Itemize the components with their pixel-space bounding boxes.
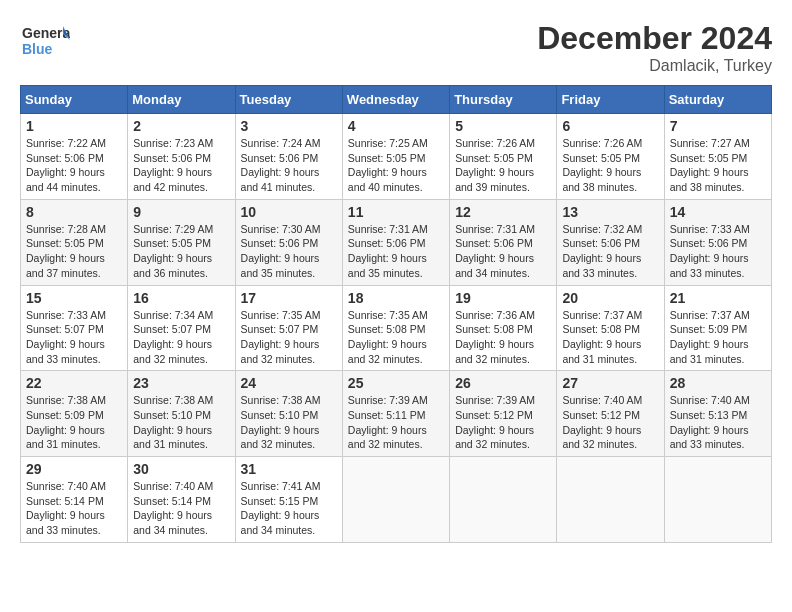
calendar-day-23: 23 Sunrise: 7:38 AM Sunset: 5:10 PM Dayl… bbox=[128, 371, 235, 457]
day-number: 17 bbox=[241, 290, 337, 306]
title-area: December 2024 Damlacik, Turkey bbox=[537, 20, 772, 75]
svg-text:Blue: Blue bbox=[22, 41, 53, 57]
col-tuesday: Tuesday bbox=[235, 86, 342, 114]
day-info: Sunrise: 7:38 AM Sunset: 5:10 PM Dayligh… bbox=[133, 393, 229, 452]
col-saturday: Saturday bbox=[664, 86, 771, 114]
calendar-day-15: 15 Sunrise: 7:33 AM Sunset: 5:07 PM Dayl… bbox=[21, 285, 128, 371]
day-info: Sunrise: 7:40 AM Sunset: 5:14 PM Dayligh… bbox=[26, 479, 122, 538]
logo: General Blue bbox=[20, 20, 70, 64]
calendar-day-12: 12 Sunrise: 7:31 AM Sunset: 5:06 PM Dayl… bbox=[450, 199, 557, 285]
calendar-day-13: 13 Sunrise: 7:32 AM Sunset: 5:06 PM Dayl… bbox=[557, 199, 664, 285]
calendar-day-4: 4 Sunrise: 7:25 AM Sunset: 5:05 PM Dayli… bbox=[342, 114, 449, 200]
calendar-day-24: 24 Sunrise: 7:38 AM Sunset: 5:10 PM Dayl… bbox=[235, 371, 342, 457]
day-number: 11 bbox=[348, 204, 444, 220]
location-title: Damlacik, Turkey bbox=[537, 57, 772, 75]
day-number: 21 bbox=[670, 290, 766, 306]
day-info: Sunrise: 7:41 AM Sunset: 5:15 PM Dayligh… bbox=[241, 479, 337, 538]
calendar-day-1: 1 Sunrise: 7:22 AM Sunset: 5:06 PM Dayli… bbox=[21, 114, 128, 200]
day-info: Sunrise: 7:39 AM Sunset: 5:11 PM Dayligh… bbox=[348, 393, 444, 452]
col-friday: Friday bbox=[557, 86, 664, 114]
day-info: Sunrise: 7:36 AM Sunset: 5:08 PM Dayligh… bbox=[455, 308, 551, 367]
day-info: Sunrise: 7:32 AM Sunset: 5:06 PM Dayligh… bbox=[562, 222, 658, 281]
day-info: Sunrise: 7:40 AM Sunset: 5:12 PM Dayligh… bbox=[562, 393, 658, 452]
calendar-day-29: 29 Sunrise: 7:40 AM Sunset: 5:14 PM Dayl… bbox=[21, 457, 128, 543]
day-info: Sunrise: 7:29 AM Sunset: 5:05 PM Dayligh… bbox=[133, 222, 229, 281]
calendar-day-14: 14 Sunrise: 7:33 AM Sunset: 5:06 PM Dayl… bbox=[664, 199, 771, 285]
day-info: Sunrise: 7:39 AM Sunset: 5:12 PM Dayligh… bbox=[455, 393, 551, 452]
calendar-day-30: 30 Sunrise: 7:40 AM Sunset: 5:14 PM Dayl… bbox=[128, 457, 235, 543]
calendar-day-20: 20 Sunrise: 7:37 AM Sunset: 5:08 PM Dayl… bbox=[557, 285, 664, 371]
calendar-week-4: 22 Sunrise: 7:38 AM Sunset: 5:09 PM Dayl… bbox=[21, 371, 772, 457]
day-number: 7 bbox=[670, 118, 766, 134]
day-info: Sunrise: 7:31 AM Sunset: 5:06 PM Dayligh… bbox=[455, 222, 551, 281]
page-header: General Blue December 2024 Damlacik, Tur… bbox=[20, 20, 772, 75]
calendar-day-3: 3 Sunrise: 7:24 AM Sunset: 5:06 PM Dayli… bbox=[235, 114, 342, 200]
day-number: 1 bbox=[26, 118, 122, 134]
day-number: 25 bbox=[348, 375, 444, 391]
day-number: 23 bbox=[133, 375, 229, 391]
day-info: Sunrise: 7:35 AM Sunset: 5:08 PM Dayligh… bbox=[348, 308, 444, 367]
day-number: 30 bbox=[133, 461, 229, 477]
day-number: 20 bbox=[562, 290, 658, 306]
day-number: 18 bbox=[348, 290, 444, 306]
calendar-day-8: 8 Sunrise: 7:28 AM Sunset: 5:05 PM Dayli… bbox=[21, 199, 128, 285]
calendar-day-16: 16 Sunrise: 7:34 AM Sunset: 5:07 PM Dayl… bbox=[128, 285, 235, 371]
calendar-day-6: 6 Sunrise: 7:26 AM Sunset: 5:05 PM Dayli… bbox=[557, 114, 664, 200]
col-monday: Monday bbox=[128, 86, 235, 114]
day-number: 28 bbox=[670, 375, 766, 391]
day-info: Sunrise: 7:38 AM Sunset: 5:09 PM Dayligh… bbox=[26, 393, 122, 452]
day-number: 9 bbox=[133, 204, 229, 220]
logo-svg: General Blue bbox=[20, 20, 70, 64]
empty-cell bbox=[664, 457, 771, 543]
empty-cell bbox=[450, 457, 557, 543]
calendar-day-11: 11 Sunrise: 7:31 AM Sunset: 5:06 PM Dayl… bbox=[342, 199, 449, 285]
calendar-week-3: 15 Sunrise: 7:33 AM Sunset: 5:07 PM Dayl… bbox=[21, 285, 772, 371]
day-number: 5 bbox=[455, 118, 551, 134]
calendar-day-28: 28 Sunrise: 7:40 AM Sunset: 5:13 PM Dayl… bbox=[664, 371, 771, 457]
empty-cell bbox=[557, 457, 664, 543]
empty-cell bbox=[342, 457, 449, 543]
calendar-day-7: 7 Sunrise: 7:27 AM Sunset: 5:05 PM Dayli… bbox=[664, 114, 771, 200]
calendar-day-5: 5 Sunrise: 7:26 AM Sunset: 5:05 PM Dayli… bbox=[450, 114, 557, 200]
month-title: December 2024 bbox=[537, 20, 772, 57]
svg-text:General: General bbox=[22, 25, 70, 41]
day-info: Sunrise: 7:37 AM Sunset: 5:09 PM Dayligh… bbox=[670, 308, 766, 367]
day-info: Sunrise: 7:26 AM Sunset: 5:05 PM Dayligh… bbox=[562, 136, 658, 195]
calendar-day-22: 22 Sunrise: 7:38 AM Sunset: 5:09 PM Dayl… bbox=[21, 371, 128, 457]
calendar-day-25: 25 Sunrise: 7:39 AM Sunset: 5:11 PM Dayl… bbox=[342, 371, 449, 457]
day-info: Sunrise: 7:30 AM Sunset: 5:06 PM Dayligh… bbox=[241, 222, 337, 281]
calendar-day-18: 18 Sunrise: 7:35 AM Sunset: 5:08 PM Dayl… bbox=[342, 285, 449, 371]
day-number: 14 bbox=[670, 204, 766, 220]
day-info: Sunrise: 7:40 AM Sunset: 5:14 PM Dayligh… bbox=[133, 479, 229, 538]
day-info: Sunrise: 7:23 AM Sunset: 5:06 PM Dayligh… bbox=[133, 136, 229, 195]
calendar-week-2: 8 Sunrise: 7:28 AM Sunset: 5:05 PM Dayli… bbox=[21, 199, 772, 285]
day-info: Sunrise: 7:27 AM Sunset: 5:05 PM Dayligh… bbox=[670, 136, 766, 195]
calendar-day-19: 19 Sunrise: 7:36 AM Sunset: 5:08 PM Dayl… bbox=[450, 285, 557, 371]
day-info: Sunrise: 7:38 AM Sunset: 5:10 PM Dayligh… bbox=[241, 393, 337, 452]
col-sunday: Sunday bbox=[21, 86, 128, 114]
day-info: Sunrise: 7:34 AM Sunset: 5:07 PM Dayligh… bbox=[133, 308, 229, 367]
day-info: Sunrise: 7:35 AM Sunset: 5:07 PM Dayligh… bbox=[241, 308, 337, 367]
day-info: Sunrise: 7:24 AM Sunset: 5:06 PM Dayligh… bbox=[241, 136, 337, 195]
calendar-week-5: 29 Sunrise: 7:40 AM Sunset: 5:14 PM Dayl… bbox=[21, 457, 772, 543]
day-number: 27 bbox=[562, 375, 658, 391]
day-number: 16 bbox=[133, 290, 229, 306]
calendar-day-31: 31 Sunrise: 7:41 AM Sunset: 5:15 PM Dayl… bbox=[235, 457, 342, 543]
calendar-week-1: 1 Sunrise: 7:22 AM Sunset: 5:06 PM Dayli… bbox=[21, 114, 772, 200]
day-info: Sunrise: 7:40 AM Sunset: 5:13 PM Dayligh… bbox=[670, 393, 766, 452]
day-number: 4 bbox=[348, 118, 444, 134]
calendar-day-2: 2 Sunrise: 7:23 AM Sunset: 5:06 PM Dayli… bbox=[128, 114, 235, 200]
calendar-day-21: 21 Sunrise: 7:37 AM Sunset: 5:09 PM Dayl… bbox=[664, 285, 771, 371]
day-number: 12 bbox=[455, 204, 551, 220]
day-number: 31 bbox=[241, 461, 337, 477]
calendar-table: Sunday Monday Tuesday Wednesday Thursday… bbox=[20, 85, 772, 543]
day-info: Sunrise: 7:31 AM Sunset: 5:06 PM Dayligh… bbox=[348, 222, 444, 281]
calendar-day-17: 17 Sunrise: 7:35 AM Sunset: 5:07 PM Dayl… bbox=[235, 285, 342, 371]
calendar-day-10: 10 Sunrise: 7:30 AM Sunset: 5:06 PM Dayl… bbox=[235, 199, 342, 285]
day-number: 29 bbox=[26, 461, 122, 477]
calendar-day-9: 9 Sunrise: 7:29 AM Sunset: 5:05 PM Dayli… bbox=[128, 199, 235, 285]
day-info: Sunrise: 7:28 AM Sunset: 5:05 PM Dayligh… bbox=[26, 222, 122, 281]
day-number: 6 bbox=[562, 118, 658, 134]
day-number: 22 bbox=[26, 375, 122, 391]
day-number: 2 bbox=[133, 118, 229, 134]
